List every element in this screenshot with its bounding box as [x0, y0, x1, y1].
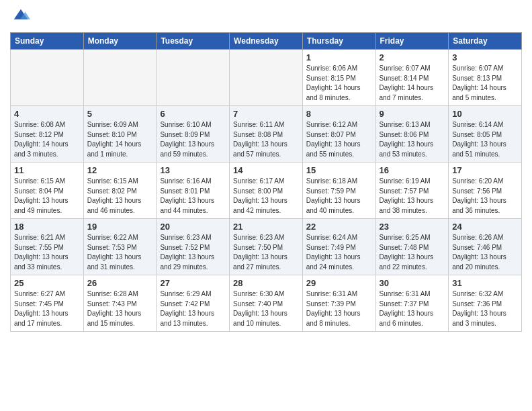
- calendar-week-row: 4Sunrise: 6:08 AM Sunset: 8:12 PM Daylig…: [11, 106, 522, 163]
- col-header-wednesday: Wednesday: [230, 33, 303, 50]
- col-header-saturday: Saturday: [449, 33, 522, 50]
- day-info: Sunrise: 6:08 AM Sunset: 8:12 PM Dayligh…: [14, 120, 80, 159]
- calendar-cell: 23Sunrise: 6:25 AM Sunset: 7:48 PM Dayli…: [375, 219, 449, 275]
- day-number: 31: [452, 278, 518, 288]
- day-info: Sunrise: 6:29 AM Sunset: 7:42 PM Dayligh…: [160, 289, 226, 328]
- day-info: Sunrise: 6:23 AM Sunset: 7:50 PM Dayligh…: [233, 233, 299, 272]
- day-number: 17: [452, 165, 518, 175]
- day-number: 25: [14, 278, 80, 288]
- day-info: Sunrise: 6:25 AM Sunset: 7:48 PM Dayligh…: [380, 233, 445, 272]
- calendar-header-row: SundayMondayTuesdayWednesdayThursdayFrid…: [11, 33, 522, 50]
- calendar-cell: 21Sunrise: 6:23 AM Sunset: 7:50 PM Dayli…: [230, 219, 303, 275]
- day-info: Sunrise: 6:32 AM Sunset: 7:36 PM Dayligh…: [452, 289, 518, 328]
- calendar-week-row: 1Sunrise: 6:06 AM Sunset: 8:15 PM Daylig…: [11, 50, 522, 106]
- day-number: 7: [233, 109, 299, 119]
- day-number: 3: [452, 52, 518, 62]
- col-header-sunday: Sunday: [11, 33, 84, 50]
- day-number: 6: [160, 109, 226, 119]
- calendar-cell: 26Sunrise: 6:28 AM Sunset: 7:43 PM Dayli…: [83, 275, 157, 332]
- calendar-week-row: 25Sunrise: 6:27 AM Sunset: 7:45 PM Dayli…: [11, 275, 522, 332]
- day-info: Sunrise: 6:20 AM Sunset: 7:56 PM Dayligh…: [452, 177, 518, 216]
- day-number: 27: [160, 278, 226, 288]
- day-info: Sunrise: 6:23 AM Sunset: 7:52 PM Dayligh…: [160, 233, 226, 272]
- calendar-cell: 3Sunrise: 6:07 AM Sunset: 8:13 PM Daylig…: [449, 50, 522, 106]
- calendar-cell: 15Sunrise: 6:18 AM Sunset: 7:59 PM Dayli…: [302, 163, 375, 219]
- day-info: Sunrise: 6:11 AM Sunset: 8:08 PM Dayligh…: [233, 120, 299, 159]
- calendar-cell: 10Sunrise: 6:14 AM Sunset: 8:05 PM Dayli…: [449, 106, 522, 163]
- day-number: 30: [380, 278, 445, 288]
- page-container: SundayMondayTuesdayWednesdayThursdayFrid…: [0, 0, 532, 338]
- calendar-cell: 29Sunrise: 6:31 AM Sunset: 7:39 PM Dayli…: [302, 275, 375, 332]
- day-number: 26: [87, 278, 153, 288]
- day-number: 1: [306, 52, 372, 62]
- day-info: Sunrise: 6:07 AM Sunset: 8:14 PM Dayligh…: [380, 64, 445, 103]
- calendar-cell: 16Sunrise: 6:19 AM Sunset: 7:57 PM Dayli…: [375, 163, 449, 219]
- day-info: Sunrise: 6:19 AM Sunset: 7:57 PM Dayligh…: [380, 177, 445, 216]
- day-number: 18: [14, 222, 80, 232]
- day-number: 12: [87, 165, 153, 175]
- calendar-cell: 24Sunrise: 6:26 AM Sunset: 7:46 PM Dayli…: [449, 219, 522, 275]
- calendar-cell: 18Sunrise: 6:21 AM Sunset: 7:55 PM Dayli…: [11, 219, 84, 275]
- day-info: Sunrise: 6:24 AM Sunset: 7:49 PM Dayligh…: [306, 233, 372, 272]
- day-info: Sunrise: 6:31 AM Sunset: 7:37 PM Dayligh…: [380, 289, 445, 328]
- calendar-cell: 30Sunrise: 6:31 AM Sunset: 7:37 PM Dayli…: [375, 275, 449, 332]
- col-header-friday: Friday: [375, 33, 449, 50]
- calendar-cell: 14Sunrise: 6:17 AM Sunset: 8:00 PM Dayli…: [230, 163, 303, 219]
- day-number: 4: [14, 109, 80, 119]
- day-info: Sunrise: 6:15 AM Sunset: 8:04 PM Dayligh…: [14, 177, 80, 216]
- day-info: Sunrise: 6:13 AM Sunset: 8:06 PM Dayligh…: [380, 120, 445, 159]
- day-number: 9: [380, 109, 445, 119]
- calendar-cell: [157, 50, 230, 106]
- calendar-cell: [83, 50, 157, 106]
- day-info: Sunrise: 6:30 AM Sunset: 7:40 PM Dayligh…: [233, 289, 299, 328]
- day-number: 21: [233, 222, 299, 232]
- day-info: Sunrise: 6:06 AM Sunset: 8:15 PM Dayligh…: [306, 64, 372, 103]
- calendar-cell: 4Sunrise: 6:08 AM Sunset: 8:12 PM Daylig…: [11, 106, 84, 163]
- calendar-cell: 27Sunrise: 6:29 AM Sunset: 7:42 PM Dayli…: [157, 275, 230, 332]
- day-number: 22: [306, 222, 372, 232]
- day-number: 14: [233, 165, 299, 175]
- calendar-cell: 8Sunrise: 6:12 AM Sunset: 8:07 PM Daylig…: [302, 106, 375, 163]
- day-number: 5: [87, 109, 153, 119]
- day-info: Sunrise: 6:15 AM Sunset: 8:02 PM Dayligh…: [87, 177, 153, 216]
- day-number: 13: [160, 165, 226, 175]
- day-number: 11: [14, 165, 80, 175]
- logo-icon: [11, 7, 30, 26]
- calendar-cell: 28Sunrise: 6:30 AM Sunset: 7:40 PM Dayli…: [230, 275, 303, 332]
- day-info: Sunrise: 6:28 AM Sunset: 7:43 PM Dayligh…: [87, 289, 153, 328]
- calendar-cell: 12Sunrise: 6:15 AM Sunset: 8:02 PM Dayli…: [83, 163, 157, 219]
- day-info: Sunrise: 6:07 AM Sunset: 8:13 PM Dayligh…: [452, 64, 518, 103]
- calendar-cell: 22Sunrise: 6:24 AM Sunset: 7:49 PM Dayli…: [302, 219, 375, 275]
- calendar-cell: 1Sunrise: 6:06 AM Sunset: 8:15 PM Daylig…: [302, 50, 375, 106]
- day-info: Sunrise: 6:17 AM Sunset: 8:00 PM Dayligh…: [233, 177, 299, 216]
- calendar-cell: 9Sunrise: 6:13 AM Sunset: 8:06 PM Daylig…: [375, 106, 449, 163]
- day-info: Sunrise: 6:16 AM Sunset: 8:01 PM Dayligh…: [160, 177, 226, 216]
- calendar-cell: 6Sunrise: 6:10 AM Sunset: 8:09 PM Daylig…: [157, 106, 230, 163]
- day-info: Sunrise: 6:18 AM Sunset: 7:59 PM Dayligh…: [306, 177, 372, 216]
- day-info: Sunrise: 6:31 AM Sunset: 7:39 PM Dayligh…: [306, 289, 372, 328]
- day-number: 8: [306, 109, 372, 119]
- calendar-cell: 31Sunrise: 6:32 AM Sunset: 7:36 PM Dayli…: [449, 275, 522, 332]
- day-number: 24: [452, 222, 518, 232]
- logo: [10, 7, 30, 28]
- header: [10, 7, 522, 28]
- day-number: 2: [380, 52, 445, 62]
- calendar-week-row: 18Sunrise: 6:21 AM Sunset: 7:55 PM Dayli…: [11, 219, 522, 275]
- calendar-cell: 5Sunrise: 6:09 AM Sunset: 8:10 PM Daylig…: [83, 106, 157, 163]
- calendar-cell: 2Sunrise: 6:07 AM Sunset: 8:14 PM Daylig…: [375, 50, 449, 106]
- day-number: 15: [306, 165, 372, 175]
- day-info: Sunrise: 6:10 AM Sunset: 8:09 PM Dayligh…: [160, 120, 226, 159]
- col-header-tuesday: Tuesday: [157, 33, 230, 50]
- calendar-cell: 13Sunrise: 6:16 AM Sunset: 8:01 PM Dayli…: [157, 163, 230, 219]
- day-number: 16: [380, 165, 445, 175]
- day-info: Sunrise: 6:14 AM Sunset: 8:05 PM Dayligh…: [452, 120, 518, 159]
- calendar-cell: 19Sunrise: 6:22 AM Sunset: 7:53 PM Dayli…: [83, 219, 157, 275]
- calendar-cell: 20Sunrise: 6:23 AM Sunset: 7:52 PM Dayli…: [157, 219, 230, 275]
- calendar-cell: 11Sunrise: 6:15 AM Sunset: 8:04 PM Dayli…: [11, 163, 84, 219]
- day-info: Sunrise: 6:26 AM Sunset: 7:46 PM Dayligh…: [452, 233, 518, 272]
- day-info: Sunrise: 6:27 AM Sunset: 7:45 PM Dayligh…: [14, 289, 80, 328]
- calendar-cell: 17Sunrise: 6:20 AM Sunset: 7:56 PM Dayli…: [449, 163, 522, 219]
- day-info: Sunrise: 6:22 AM Sunset: 7:53 PM Dayligh…: [87, 233, 153, 272]
- day-number: 28: [233, 278, 299, 288]
- col-header-monday: Monday: [83, 33, 157, 50]
